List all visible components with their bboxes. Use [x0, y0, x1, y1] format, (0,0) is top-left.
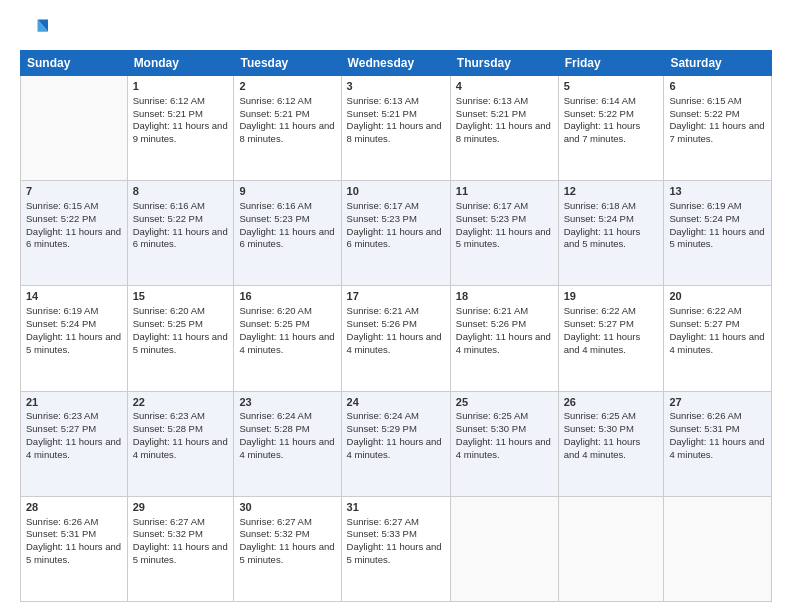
calendar-cell: 10Sunrise: 6:17 AMSunset: 5:23 PMDayligh… [341, 181, 450, 286]
sunset-text: Sunset: 5:26 PM [456, 318, 526, 329]
calendar-header-row: SundayMondayTuesdayWednesdayThursdayFrid… [21, 51, 772, 76]
calendar-cell: 27Sunrise: 6:26 AMSunset: 5:31 PMDayligh… [664, 391, 772, 496]
calendar-week-row: 1Sunrise: 6:12 AMSunset: 5:21 PMDaylight… [21, 76, 772, 181]
day-number: 15 [133, 289, 229, 304]
day-header-sunday: Sunday [21, 51, 128, 76]
sunset-text: Sunset: 5:28 PM [133, 423, 203, 434]
sunset-text: Sunset: 5:22 PM [564, 108, 634, 119]
sunset-text: Sunset: 5:23 PM [347, 213, 417, 224]
day-number: 28 [26, 500, 122, 515]
sunrise-text: Sunrise: 6:25 AM [456, 410, 528, 421]
calendar-cell: 8Sunrise: 6:16 AMSunset: 5:22 PMDaylight… [127, 181, 234, 286]
sunrise-text: Sunrise: 6:13 AM [456, 95, 528, 106]
sunset-text: Sunset: 5:33 PM [347, 528, 417, 539]
calendar-cell: 29Sunrise: 6:27 AMSunset: 5:32 PMDayligh… [127, 496, 234, 601]
calendar-cell: 3Sunrise: 6:13 AMSunset: 5:21 PMDaylight… [341, 76, 450, 181]
day-number: 14 [26, 289, 122, 304]
sunrise-text: Sunrise: 6:21 AM [456, 305, 528, 316]
sunset-text: Sunset: 5:26 PM [347, 318, 417, 329]
calendar-cell: 1Sunrise: 6:12 AMSunset: 5:21 PMDaylight… [127, 76, 234, 181]
sunrise-text: Sunrise: 6:15 AM [669, 95, 741, 106]
sunrise-text: Sunrise: 6:17 AM [456, 200, 528, 211]
daylight-text: Daylight: 11 hours and 6 minutes. [347, 226, 442, 250]
daylight-text: Daylight: 11 hours and 4 minutes. [26, 436, 121, 460]
calendar-week-row: 7Sunrise: 6:15 AMSunset: 5:22 PMDaylight… [21, 181, 772, 286]
page: SundayMondayTuesdayWednesdayThursdayFrid… [0, 0, 792, 612]
calendar-week-row: 14Sunrise: 6:19 AMSunset: 5:24 PMDayligh… [21, 286, 772, 391]
daylight-text: Daylight: 11 hours and 4 minutes. [347, 331, 442, 355]
day-number: 9 [239, 184, 335, 199]
calendar-cell: 9Sunrise: 6:16 AMSunset: 5:23 PMDaylight… [234, 181, 341, 286]
daylight-text: Daylight: 11 hours and 5 minutes. [239, 541, 334, 565]
sunrise-text: Sunrise: 6:12 AM [133, 95, 205, 106]
sunset-text: Sunset: 5:23 PM [456, 213, 526, 224]
sunrise-text: Sunrise: 6:26 AM [669, 410, 741, 421]
sunrise-text: Sunrise: 6:16 AM [239, 200, 311, 211]
calendar-cell: 5Sunrise: 6:14 AMSunset: 5:22 PMDaylight… [558, 76, 664, 181]
calendar-cell: 14Sunrise: 6:19 AMSunset: 5:24 PMDayligh… [21, 286, 128, 391]
day-number: 13 [669, 184, 766, 199]
sunset-text: Sunset: 5:32 PM [133, 528, 203, 539]
sunset-text: Sunset: 5:27 PM [564, 318, 634, 329]
calendar-cell [664, 496, 772, 601]
sunrise-text: Sunrise: 6:22 AM [564, 305, 636, 316]
calendar-cell: 26Sunrise: 6:25 AMSunset: 5:30 PMDayligh… [558, 391, 664, 496]
daylight-text: Daylight: 11 hours and 5 minutes. [26, 541, 121, 565]
daylight-text: Daylight: 11 hours and 4 minutes. [669, 331, 764, 355]
sunset-text: Sunset: 5:21 PM [347, 108, 417, 119]
daylight-text: Daylight: 11 hours and 9 minutes. [133, 120, 228, 144]
day-number: 24 [347, 395, 445, 410]
sunset-text: Sunset: 5:30 PM [564, 423, 634, 434]
daylight-text: Daylight: 11 hours and 4 minutes. [347, 436, 442, 460]
daylight-text: Daylight: 11 hours and 5 minutes. [564, 226, 641, 250]
day-header-wednesday: Wednesday [341, 51, 450, 76]
calendar-cell: 22Sunrise: 6:23 AMSunset: 5:28 PMDayligh… [127, 391, 234, 496]
sunrise-text: Sunrise: 6:24 AM [347, 410, 419, 421]
daylight-text: Daylight: 11 hours and 5 minutes. [133, 331, 228, 355]
daylight-text: Daylight: 11 hours and 4 minutes. [133, 436, 228, 460]
calendar-cell: 11Sunrise: 6:17 AMSunset: 5:23 PMDayligh… [450, 181, 558, 286]
calendar-cell: 7Sunrise: 6:15 AMSunset: 5:22 PMDaylight… [21, 181, 128, 286]
sunrise-text: Sunrise: 6:25 AM [564, 410, 636, 421]
sunset-text: Sunset: 5:29 PM [347, 423, 417, 434]
day-number: 23 [239, 395, 335, 410]
day-number: 3 [347, 79, 445, 94]
day-number: 18 [456, 289, 553, 304]
sunset-text: Sunset: 5:32 PM [239, 528, 309, 539]
daylight-text: Daylight: 11 hours and 4 minutes. [564, 331, 641, 355]
calendar-cell: 23Sunrise: 6:24 AMSunset: 5:28 PMDayligh… [234, 391, 341, 496]
calendar-cell: 15Sunrise: 6:20 AMSunset: 5:25 PMDayligh… [127, 286, 234, 391]
day-number: 22 [133, 395, 229, 410]
calendar-cell: 25Sunrise: 6:25 AMSunset: 5:30 PMDayligh… [450, 391, 558, 496]
calendar-cell: 28Sunrise: 6:26 AMSunset: 5:31 PMDayligh… [21, 496, 128, 601]
calendar-cell: 12Sunrise: 6:18 AMSunset: 5:24 PMDayligh… [558, 181, 664, 286]
daylight-text: Daylight: 11 hours and 4 minutes. [564, 436, 641, 460]
calendar-week-row: 28Sunrise: 6:26 AMSunset: 5:31 PMDayligh… [21, 496, 772, 601]
daylight-text: Daylight: 11 hours and 7 minutes. [564, 120, 641, 144]
day-number: 17 [347, 289, 445, 304]
day-number: 31 [347, 500, 445, 515]
sunrise-text: Sunrise: 6:23 AM [26, 410, 98, 421]
day-number: 27 [669, 395, 766, 410]
calendar-cell: 4Sunrise: 6:13 AMSunset: 5:21 PMDaylight… [450, 76, 558, 181]
calendar-cell: 24Sunrise: 6:24 AMSunset: 5:29 PMDayligh… [341, 391, 450, 496]
calendar-cell: 16Sunrise: 6:20 AMSunset: 5:25 PMDayligh… [234, 286, 341, 391]
day-number: 16 [239, 289, 335, 304]
sunset-text: Sunset: 5:21 PM [239, 108, 309, 119]
day-header-tuesday: Tuesday [234, 51, 341, 76]
calendar-cell [21, 76, 128, 181]
daylight-text: Daylight: 11 hours and 4 minutes. [239, 436, 334, 460]
daylight-text: Daylight: 11 hours and 5 minutes. [456, 226, 551, 250]
sunrise-text: Sunrise: 6:27 AM [347, 516, 419, 527]
day-number: 5 [564, 79, 659, 94]
sunset-text: Sunset: 5:23 PM [239, 213, 309, 224]
sunrise-text: Sunrise: 6:21 AM [347, 305, 419, 316]
day-number: 12 [564, 184, 659, 199]
daylight-text: Daylight: 11 hours and 6 minutes. [26, 226, 121, 250]
day-number: 7 [26, 184, 122, 199]
sunrise-text: Sunrise: 6:12 AM [239, 95, 311, 106]
day-number: 26 [564, 395, 659, 410]
sunset-text: Sunset: 5:25 PM [133, 318, 203, 329]
sunset-text: Sunset: 5:30 PM [456, 423, 526, 434]
sunset-text: Sunset: 5:22 PM [669, 108, 739, 119]
